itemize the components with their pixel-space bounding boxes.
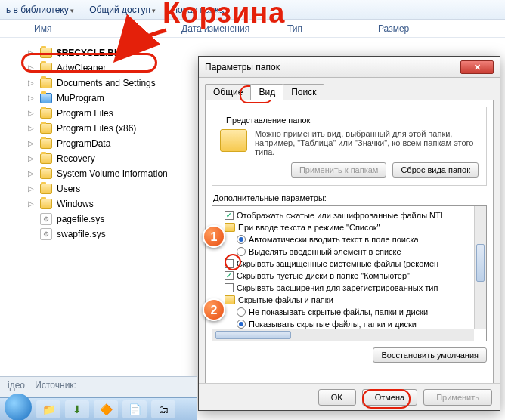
tree-row[interactable]: При вводе текста в режиме "Список" xyxy=(214,221,485,233)
file-label: Documents and Settings xyxy=(57,78,156,88)
file-label: MuProgram xyxy=(57,93,104,103)
expander-icon[interactable]: ▷ xyxy=(26,124,36,133)
tree-label: Отображать сжатые или зашифрованные файл… xyxy=(237,211,443,220)
tree-row[interactable]: Скрывать пустые диски в папке "Компьютер… xyxy=(214,270,485,282)
radio[interactable] xyxy=(237,247,246,256)
col-size[interactable]: Размер xyxy=(378,23,438,34)
tb-share[interactable]: Общий доступ xyxy=(89,5,156,15)
taskbar-icon[interactable]: 📄 xyxy=(122,400,147,418)
tree-row[interactable]: Выделять введенный элемент в списке xyxy=(214,246,485,258)
file-row[interactable]: ▷MuProgram xyxy=(19,91,181,106)
advanced-tree[interactable]: Отображать сжатые или зашифрованные файл… xyxy=(212,205,487,341)
tree-scrollbar-h[interactable] xyxy=(212,329,474,341)
group-text: Можно применить вид, выбранный для этой … xyxy=(255,129,479,156)
tree-label: При вводе текста в режиме "Список" xyxy=(238,223,380,232)
tree-label: Автоматически вводить текст в поле поиск… xyxy=(249,235,419,244)
file-row[interactable]: ▷Program Files xyxy=(19,106,181,121)
tree-label: Показывать скрытые файлы, папки и диски xyxy=(249,320,417,329)
checkbox[interactable] xyxy=(225,283,234,292)
folder-icon xyxy=(40,108,52,119)
folder-icon xyxy=(40,78,52,88)
tree-label: Скрытые файлы и папки xyxy=(238,295,333,304)
file-label: Program Files xyxy=(57,108,113,119)
folder-large-icon xyxy=(220,129,247,152)
checkbox[interactable] xyxy=(225,271,234,280)
step-marker-1: 1 xyxy=(203,225,225,248)
folder-icon xyxy=(225,295,235,304)
sb-t1: ідео xyxy=(8,380,25,391)
taskbar-icon[interactable]: ⬇ xyxy=(65,400,89,418)
file-row[interactable]: ▷Program Files (x86) xyxy=(19,121,181,136)
radio[interactable] xyxy=(237,320,246,329)
file-row[interactable]: ⚙pagefile.sys xyxy=(19,212,181,227)
file-row[interactable]: ▷Windows xyxy=(19,196,181,212)
highlight-hide-protected xyxy=(225,254,241,270)
file-label: ProgramData xyxy=(57,138,110,149)
radio[interactable] xyxy=(237,235,246,244)
ok-button[interactable]: OK xyxy=(318,389,356,406)
expander-icon[interactable]: ▷ xyxy=(26,79,36,88)
dialog-panel: Представление папок Можно применить вид,… xyxy=(205,100,494,396)
tree-label: Выделять введенный элемент в списке xyxy=(249,247,401,256)
taskbar-icon[interactable]: 🗂 xyxy=(151,400,175,418)
dialog-bottom-buttons: OK Отмена Применить xyxy=(199,383,500,410)
apply-button: Применить xyxy=(423,389,492,406)
dialog-titlebar[interactable]: Параметры папок ✕ xyxy=(199,57,500,78)
expander-icon[interactable]: ▷ xyxy=(26,169,36,178)
col-type[interactable]: Тип xyxy=(287,23,378,34)
restore-defaults-button[interactable]: Восстановить умолчания xyxy=(373,347,487,363)
checkbox[interactable] xyxy=(225,211,234,220)
file-label: swapfile.sys xyxy=(57,229,106,239)
start-button[interactable] xyxy=(5,394,32,421)
sys-file-icon: ⚙ xyxy=(40,213,52,225)
file-row[interactable]: ▷ProgramData xyxy=(19,136,181,151)
file-row[interactable]: ⚙swapfile.sys xyxy=(19,227,181,242)
expander-icon[interactable]: ▷ xyxy=(26,184,36,193)
expander-icon[interactable]: ▷ xyxy=(26,109,36,118)
file-row[interactable]: ▷Documents and Settings xyxy=(19,76,181,91)
tree-row[interactable]: Скрывать защищенные системные файлы (рек… xyxy=(214,258,485,270)
close-button[interactable]: ✕ xyxy=(460,60,494,74)
tree-row[interactable]: Автоматически вводить текст в поле поиск… xyxy=(214,233,485,246)
tree-label: Скрывать расширения для зарегистрированн… xyxy=(237,283,438,292)
dialog-title: Параметры папок xyxy=(205,62,280,73)
folder-icon xyxy=(40,199,52,209)
tree-row[interactable]: Не показывать скрытые файлы, папки и дис… xyxy=(214,306,485,318)
col-name[interactable]: Имя xyxy=(34,23,181,34)
file-label: System Volume Information xyxy=(57,168,168,179)
file-row[interactable]: ▷Users xyxy=(19,181,181,196)
folder-icon xyxy=(225,223,235,232)
folder-view-group: Представление папок Можно применить вид,… xyxy=(212,107,487,186)
file-row[interactable]: ▷Recovery xyxy=(19,151,181,166)
annotation-title: Корзина xyxy=(163,0,285,29)
expander-icon[interactable]: ▷ xyxy=(26,154,36,163)
tree-row[interactable]: Скрытые файлы и папки xyxy=(214,294,485,306)
tree-scrollbar-v[interactable] xyxy=(474,206,486,329)
tree-label: Скрывать пустые диски в папке "Компьютер… xyxy=(237,271,410,280)
taskbar-icon[interactable]: 📁 xyxy=(36,400,60,418)
step-marker-2: 2 xyxy=(203,298,225,321)
radio[interactable] xyxy=(237,307,246,317)
expander-icon[interactable]: ▷ xyxy=(26,139,36,148)
folder-options-dialog: Параметры папок ✕ Общие Вид Поиск Предст… xyxy=(198,56,500,411)
scroll-thumb[interactable] xyxy=(476,244,485,282)
expander-icon[interactable]: ▷ xyxy=(26,94,36,103)
file-label: Program Files (x86) xyxy=(57,123,136,134)
scroll-thumb[interactable] xyxy=(215,331,291,339)
tree-label: Не показывать скрытые файлы, папки и дис… xyxy=(249,307,428,317)
tb-library[interactable]: ь в библиотеку xyxy=(6,5,74,15)
file-row[interactable]: ▷System Volume Information xyxy=(19,166,181,181)
tree-row[interactable]: Отображать сжатые или зашифрованные файл… xyxy=(214,209,485,221)
tab-search[interactable]: Поиск xyxy=(283,84,324,100)
folder-icon xyxy=(40,138,52,149)
file-label: Users xyxy=(57,184,80,194)
taskbar-icon[interactable]: 🔶 xyxy=(94,400,118,418)
tab-view[interactable]: Вид xyxy=(250,84,283,100)
highlight-recycle xyxy=(21,53,157,73)
expander-icon[interactable]: ▷ xyxy=(26,199,36,208)
reset-folders-button[interactable]: Сброс вида папок xyxy=(392,162,479,178)
tree-row[interactable]: Скрывать расширения для зарегистрированн… xyxy=(214,282,485,294)
expander-icon[interactable] xyxy=(26,230,36,239)
expander-icon[interactable] xyxy=(26,215,36,224)
folder-icon xyxy=(40,153,52,164)
